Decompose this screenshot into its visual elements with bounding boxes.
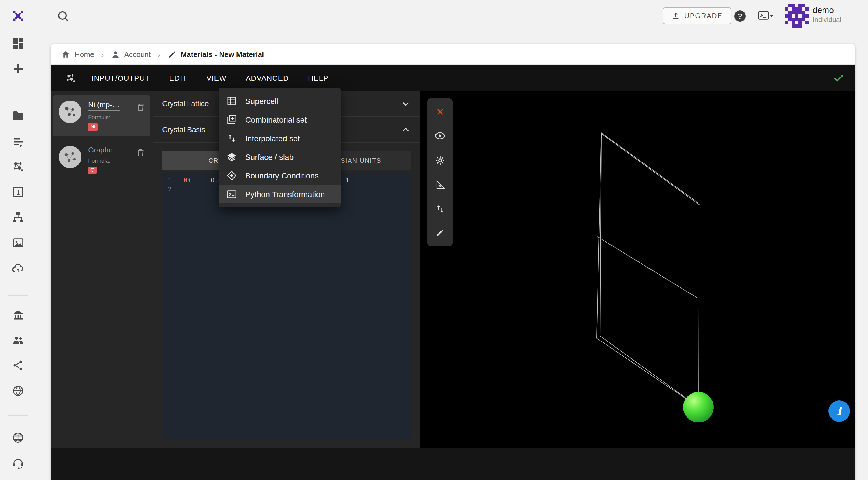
user-info[interactable]: demo Individual — [813, 5, 841, 24]
coordinate-token: 1 — [345, 177, 349, 184]
svg-text:?: ? — [738, 12, 742, 20]
globe-icon[interactable] — [11, 384, 25, 398]
material-info: Graphe… Formula: C — [88, 145, 120, 174]
designer-footer — [51, 448, 855, 480]
element-token: Ni — [184, 177, 191, 184]
sidebar-divider — [8, 415, 28, 416]
media-image-icon[interactable] — [11, 236, 25, 250]
unit-box-icon[interactable]: 1 — [11, 185, 25, 199]
menu-item-boundary-conditions[interactable]: Boundary Conditions — [219, 166, 341, 185]
menu-help[interactable]: HELP — [308, 74, 329, 82]
viewer-toolbar — [427, 98, 453, 246]
materials-cluster-icon — [64, 72, 77, 84]
edit-pencil-icon[interactable] — [427, 221, 453, 245]
formula-label: Formula: — [88, 114, 120, 120]
section-title: Crystal Lattice — [162, 99, 209, 108]
menu-advanced[interactable]: ADVANCED — [246, 74, 289, 82]
menu-item-supercell[interactable]: Supercell — [219, 92, 341, 110]
menu-item-label: Combinatorial set — [245, 115, 307, 124]
delete-material-icon[interactable] — [135, 102, 146, 112]
crystal-wireframe — [421, 91, 855, 448]
app-logo[interactable] — [11, 9, 25, 23]
material-name[interactable]: Graphe… — [88, 145, 120, 154]
jobs-list-icon[interactable] — [11, 135, 25, 148]
save-check-icon[interactable] — [832, 72, 845, 84]
basis-code-editor[interactable]: 1 Ni 0.0 1 2 — [162, 173, 411, 439]
info-button[interactable]: i — [829, 400, 850, 422]
menu-input-output[interactable]: INPUT/OUTPUT — [92, 74, 150, 82]
upload-icon — [671, 11, 680, 20]
search-icon[interactable] — [57, 10, 70, 23]
line-number: 2 — [168, 186, 172, 193]
web-public-icon[interactable] — [11, 431, 25, 444]
bank-icon[interactable] — [11, 308, 25, 321]
formula-label: Formula: — [88, 157, 120, 164]
topbar: UPGRADE ? demo — [36, 0, 868, 32]
add-icon[interactable] — [11, 62, 25, 76]
swap-vertical-icon[interactable] — [427, 197, 453, 221]
material-name[interactable]: Ni (mp-… — [88, 101, 120, 111]
terminal-icon — [226, 188, 237, 200]
supercell-grid-icon — [226, 95, 237, 106]
help-icon[interactable]: ? — [733, 9, 747, 23]
designer-content: Ni (mp-… Formula: Ni — [51, 91, 855, 448]
eye-visibility-icon[interactable] — [427, 124, 453, 148]
sidebar-divider — [8, 295, 28, 296]
delete-material-icon[interactable] — [135, 147, 146, 157]
library-add-icon — [226, 114, 237, 125]
menu-item-label: Python Transformation — [245, 190, 325, 199]
workflows-icon[interactable] — [11, 211, 25, 224]
menu-item-combinatorial-set[interactable]: Combinatorial set — [219, 110, 341, 129]
boundary-diamond-icon — [226, 170, 237, 181]
settings-gear-icon[interactable] — [427, 148, 453, 172]
breadcrumb-separator: › — [155, 49, 162, 59]
upgrade-button[interactable]: UPGRADE — [663, 7, 731, 24]
menu-item-python-transformation[interactable]: Python Transformation — [219, 185, 341, 203]
upgrade-label: UPGRADE — [684, 12, 723, 20]
team-icon[interactable] — [11, 333, 25, 347]
menu-view[interactable]: VIEW — [207, 74, 227, 82]
material-info: Ni (mp-… Formula: Ni — [88, 101, 120, 131]
breadcrumb-home[interactable]: Home — [61, 49, 94, 59]
menu-item-surface-slab[interactable]: Surface / slab — [219, 147, 341, 166]
close-icon[interactable] — [427, 99, 453, 124]
edit-pencil-icon — [167, 49, 177, 59]
material-thumbnail — [59, 101, 82, 123]
app-sidebar: 1 — [0, 0, 36, 480]
share-icon[interactable] — [11, 358, 25, 372]
menu-item-interpolated-set[interactable]: Interpolated set — [219, 129, 341, 147]
dashboard-icon[interactable] — [11, 37, 25, 50]
menu-item-label: Surface / slab — [245, 152, 293, 161]
user-name: demo — [813, 5, 841, 16]
breadcrumb-label: Account — [124, 50, 151, 59]
svg-text:1: 1 — [17, 189, 20, 196]
formula-chip: Ni — [88, 123, 97, 131]
materials-icon[interactable] — [11, 160, 25, 173]
support-icon[interactable] — [11, 456, 25, 470]
menu-edit[interactable]: EDIT — [169, 74, 187, 82]
user-plan: Individual — [813, 16, 841, 24]
material-item-ni[interactable]: Ni (mp-… Formula: Ni — [53, 96, 150, 136]
chevron-down-icon — [400, 98, 411, 109]
console-dropdown-icon[interactable] — [757, 10, 775, 23]
home-icon — [61, 49, 71, 59]
swap-vertical-icon — [226, 132, 237, 144]
menu-item-label: Supercell — [245, 96, 278, 105]
section-title: Crystal Basis — [162, 125, 205, 134]
projects-folder-icon[interactable] — [11, 109, 25, 123]
viewer-canvas[interactable]: i — [421, 91, 855, 448]
materials-designer-card: Home › Account › Materials - New Materia… — [51, 44, 855, 480]
atom-sphere-ni — [683, 392, 714, 422]
app-root: 1 — [0, 0, 868, 480]
material-thumbnail — [59, 145, 82, 168]
breadcrumb-separator: › — [99, 49, 106, 59]
breadcrumb-label: Home — [74, 50, 94, 59]
ruler-triangle-icon[interactable] — [427, 172, 453, 197]
menu-item-label: Boundary Conditions — [245, 171, 319, 180]
user-avatar[interactable] — [785, 4, 809, 28]
cloud-upload-icon[interactable] — [11, 262, 25, 275]
breadcrumb: Home › Account › Materials - New Materia… — [51, 44, 855, 65]
breadcrumb-account[interactable]: Account — [111, 49, 151, 59]
sidebar-divider — [8, 83, 28, 84]
material-item-graphene[interactable]: Graphe… Formula: C — [53, 140, 150, 179]
